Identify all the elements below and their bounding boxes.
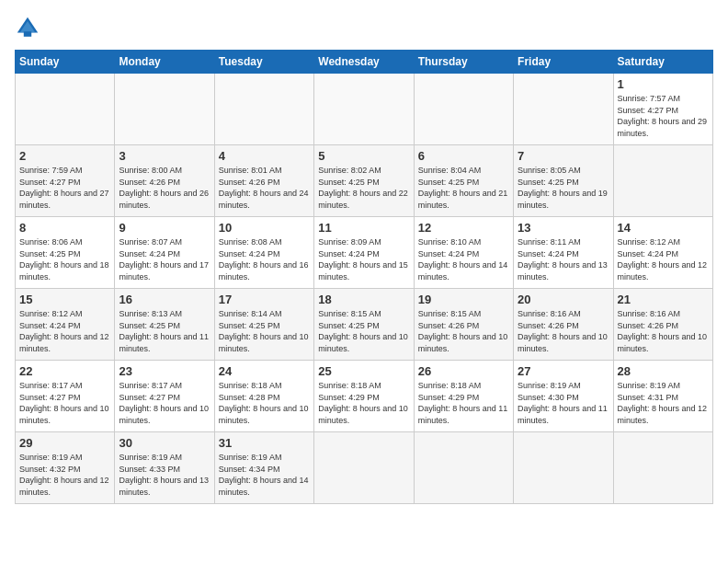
empty-cell [514,74,613,145]
day-cell: 2Sunrise: 7:59 AMSunset: 4:27 PMDaylight… [16,145,115,217]
day-cell: 10Sunrise: 8:08 AMSunset: 4:24 PMDayligh… [214,217,313,289]
calendar-table: SundayMondayTuesdayWednesdayThursdayFrid… [15,50,713,504]
header-cell-sunday: Sunday [16,51,115,74]
calendar-row: 22Sunrise: 8:17 AMSunset: 4:27 PMDayligh… [16,361,713,432]
day-cell: 5Sunrise: 8:02 AMSunset: 4:25 PMDaylight… [314,145,414,217]
calendar-row: 8Sunrise: 8:06 AMSunset: 4:25 PMDaylight… [16,217,713,289]
empty-cell [16,74,115,145]
day-cell: 30Sunrise: 8:19 AMSunset: 4:33 PMDayligh… [115,432,214,504]
day-cell: 8Sunrise: 8:06 AMSunset: 4:25 PMDaylight… [16,217,115,289]
header-cell-thursday: Thursday [414,51,513,74]
day-cell: 11Sunrise: 8:09 AMSunset: 4:24 PMDayligh… [314,217,414,289]
day-cell: 13Sunrise: 8:11 AMSunset: 4:24 PMDayligh… [514,217,613,289]
day-cell: 1Sunrise: 7:57 AMSunset: 4:27 PMDaylight… [613,74,712,145]
empty-cell [613,145,712,217]
calendar-row: 29Sunrise: 8:19 AMSunset: 4:32 PMDayligh… [16,432,713,504]
empty-cell [414,74,513,145]
logo-icon [15,15,40,40]
empty-cell [314,432,414,504]
day-cell: 27Sunrise: 8:19 AMSunset: 4:30 PMDayligh… [514,361,613,432]
empty-cell [613,432,712,504]
day-cell: 21Sunrise: 8:16 AMSunset: 4:26 PMDayligh… [613,289,712,361]
day-cell: 15Sunrise: 8:12 AMSunset: 4:24 PMDayligh… [16,289,115,361]
day-cell: 17Sunrise: 8:14 AMSunset: 4:25 PMDayligh… [214,289,313,361]
day-cell: 4Sunrise: 8:01 AMSunset: 4:26 PMDaylight… [214,145,313,217]
calendar-row: 15Sunrise: 8:12 AMSunset: 4:24 PMDayligh… [16,289,713,361]
day-cell: 20Sunrise: 8:16 AMSunset: 4:26 PMDayligh… [514,289,613,361]
day-cell: 31Sunrise: 8:19 AMSunset: 4:34 PMDayligh… [214,432,313,504]
calendar-row: 1Sunrise: 7:57 AMSunset: 4:27 PMDaylight… [16,74,713,145]
calendar-page: SundayMondayTuesdayWednesdayThursdayFrid… [0,0,728,563]
logo [15,15,46,40]
header-cell-wednesday: Wednesday [314,51,414,74]
empty-cell [115,74,214,145]
header-row: SundayMondayTuesdayWednesdayThursdayFrid… [16,51,713,74]
empty-cell [214,74,313,145]
day-cell: 3Sunrise: 8:00 AMSunset: 4:26 PMDaylight… [115,145,214,217]
day-cell: 24Sunrise: 8:18 AMSunset: 4:28 PMDayligh… [214,361,313,432]
day-cell: 23Sunrise: 8:17 AMSunset: 4:27 PMDayligh… [115,361,214,432]
day-cell: 29Sunrise: 8:19 AMSunset: 4:32 PMDayligh… [16,432,115,504]
svg-rect-2 [24,31,31,37]
header [15,15,713,40]
header-cell-monday: Monday [115,51,214,74]
day-cell: 6Sunrise: 8:04 AMSunset: 4:25 PMDaylight… [414,145,513,217]
empty-cell [514,432,613,504]
day-cell: 7Sunrise: 8:05 AMSunset: 4:25 PMDaylight… [514,145,613,217]
header-cell-tuesday: Tuesday [214,51,313,74]
empty-cell [314,74,414,145]
day-cell: 28Sunrise: 8:19 AMSunset: 4:31 PMDayligh… [613,361,712,432]
day-cell: 14Sunrise: 8:12 AMSunset: 4:24 PMDayligh… [613,217,712,289]
day-cell: 25Sunrise: 8:18 AMSunset: 4:29 PMDayligh… [314,361,414,432]
day-cell: 22Sunrise: 8:17 AMSunset: 4:27 PMDayligh… [16,361,115,432]
day-cell: 26Sunrise: 8:18 AMSunset: 4:29 PMDayligh… [414,361,513,432]
day-cell: 12Sunrise: 8:10 AMSunset: 4:24 PMDayligh… [414,217,513,289]
day-cell: 9Sunrise: 8:07 AMSunset: 4:24 PMDaylight… [115,217,214,289]
day-cell: 19Sunrise: 8:15 AMSunset: 4:26 PMDayligh… [414,289,513,361]
empty-cell [414,432,513,504]
calendar-row: 2Sunrise: 7:59 AMSunset: 4:27 PMDaylight… [16,145,713,217]
header-cell-friday: Friday [514,51,613,74]
day-cell: 18Sunrise: 8:15 AMSunset: 4:25 PMDayligh… [314,289,414,361]
day-cell: 16Sunrise: 8:13 AMSunset: 4:25 PMDayligh… [115,289,214,361]
header-cell-saturday: Saturday [613,51,712,74]
